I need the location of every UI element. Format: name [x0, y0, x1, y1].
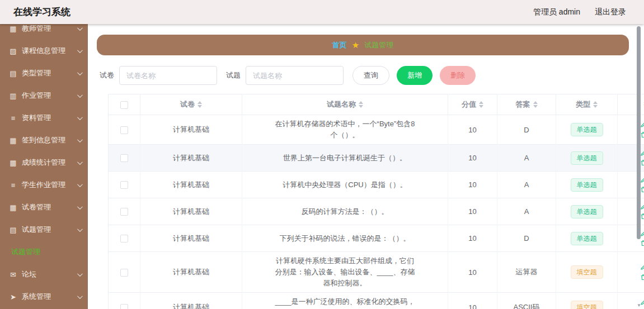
- paper-name-input[interactable]: [119, 66, 217, 85]
- paper-cell: 计算机基础: [140, 293, 242, 309]
- sidebar-item-checkin-info-management[interactable]: ▦ 签到信息管理: [0, 129, 88, 151]
- question-name-input[interactable]: [246, 66, 344, 85]
- document-icon: ▤: [8, 69, 18, 78]
- sidebar-item-label: 作业管理: [22, 91, 51, 101]
- sort-caret[interactable]: [593, 101, 598, 108]
- table-row: 计算机基础 下列关于补码的说法，错误的是：（）。 10 D 单选题 修改 删除: [109, 225, 644, 252]
- sidebar-subitem-label: 试题管理: [11, 247, 40, 257]
- picture-icon: ▨: [8, 47, 18, 55]
- chevron-down-icon: [77, 25, 83, 31]
- grid-icon: ▦: [8, 203, 18, 212]
- paper-cell: 计算机基础: [140, 145, 242, 172]
- select-all-header: [109, 94, 140, 115]
- sidebar-item-label: 签到信息管理: [22, 135, 65, 145]
- table-row: 计算机基础 世界上第一台电子计算机诞生于（）。 10 A 单选题 修改 删除: [109, 145, 644, 172]
- type-tag: 单选题: [571, 151, 603, 165]
- sort-caret[interactable]: [479, 101, 483, 108]
- sidebar-item-teacher-management[interactable]: ▦ 教师管理: [0, 24, 88, 40]
- grid-icon: ▦: [8, 25, 18, 33]
- sidebar-item-student-homework-management[interactable]: ≡ 学生作业管理: [0, 174, 88, 196]
- answer-cell: A: [497, 145, 556, 172]
- answer-cell: 运算器: [497, 252, 556, 293]
- user-area: 管理员 admin 退出登录: [533, 7, 626, 17]
- chevron-down-icon: [77, 47, 83, 53]
- type-tag: 填空题: [571, 301, 603, 309]
- sidebar-item-label: 系统管理: [22, 292, 51, 302]
- score-cell: 10: [448, 115, 497, 145]
- breadcrumb-home-link[interactable]: 首页: [332, 40, 347, 50]
- delete-button[interactable]: 删除: [440, 66, 476, 85]
- query-button[interactable]: 查询: [352, 66, 389, 85]
- sidebar-item-question-management[interactable]: ▤ 试题管理: [0, 218, 88, 241]
- type-cell: 单选题: [556, 115, 618, 145]
- app-header: 在线学习系统 管理员 admin 退出登录: [0, 0, 644, 24]
- sidebar-item-homework-management[interactable]: ▥ 作业管理: [0, 84, 88, 107]
- row-checkbox[interactable]: [120, 208, 128, 216]
- sidebar-item-question-management-sub[interactable]: 试题管理: [0, 241, 88, 263]
- score-cell: 10: [448, 252, 497, 293]
- row-checkbox[interactable]: [120, 181, 128, 189]
- type-tag: 单选题: [571, 205, 603, 218]
- row-checkbox[interactable]: [120, 154, 128, 162]
- select-all-checkbox[interactable]: [120, 101, 128, 109]
- chart-icon: ▥: [8, 92, 18, 100]
- row-checkbox[interactable]: [120, 235, 128, 243]
- answer-cell: D: [497, 115, 556, 145]
- sidebar-item-material-management[interactable]: ≡ 资料管理: [0, 107, 88, 129]
- sidebar-item-system-management[interactable]: ➤ 系统管理: [0, 286, 88, 308]
- question-cell: ____是一种广泛使用的、标准化的交换码，用于文本和电子数据交换。: [242, 293, 448, 309]
- type-cell: 单选题: [556, 145, 618, 172]
- sidebar-item-exam-paper-management[interactable]: ▦ 试卷管理: [0, 196, 88, 218]
- sidebar-item-label: 资料管理: [22, 113, 51, 123]
- sort-caret[interactable]: [359, 101, 363, 108]
- sort-caret[interactable]: [533, 101, 538, 108]
- paper-cell: 计算机基础: [140, 115, 242, 145]
- row-checkbox[interactable]: [120, 304, 128, 309]
- clipboard-icon: ▤: [8, 226, 18, 234]
- logout-link[interactable]: 退出登录: [595, 7, 626, 17]
- score-cell: 10: [448, 225, 497, 252]
- paper-filter-label: 试卷: [100, 70, 114, 80]
- list-icon: ≡: [8, 181, 18, 189]
- sidebar-item-course-info-management[interactable]: ▨ 课程信息管理: [0, 40, 88, 62]
- sidebar-item-label: 论坛: [22, 269, 36, 279]
- grid-icon: ▦: [8, 159, 18, 167]
- answer-cell: ASCII码: [497, 293, 556, 309]
- chevron-down-icon: [77, 271, 83, 277]
- col-type: 类型: [556, 94, 618, 115]
- chevron-down-icon: [77, 159, 83, 165]
- score-cell: 10: [448, 198, 497, 225]
- type-tag: 单选题: [571, 232, 603, 245]
- breadcrumb-current: 试题管理: [364, 40, 393, 50]
- scroll-down-arrow-icon[interactable]: ▼: [636, 303, 642, 308]
- breadcrumb: 首页 ★ 试题管理: [97, 35, 629, 55]
- col-score: 分值: [448, 94, 497, 115]
- sidebar-item-score-stats-management[interactable]: ▦ 成绩统计管理: [0, 151, 88, 174]
- scrollbar-thumb[interactable]: [637, 26, 641, 239]
- table-row: 计算机基础 计算机硬件系统主要由五大部件组成，它们分别是：输入设备、输出设备、_…: [109, 252, 644, 293]
- chevron-down-icon: [77, 182, 83, 187]
- star-icon: ★: [352, 41, 359, 49]
- add-button[interactable]: 新增: [397, 66, 433, 85]
- sidebar-item-type-management[interactable]: ▤ 类型管理: [0, 62, 88, 84]
- chevron-down-icon: [77, 137, 83, 142]
- scrollbar[interactable]: ▼: [636, 24, 642, 309]
- question-cell: 计算机中央处理器（CPU）是指（）。: [242, 172, 448, 198]
- filter-row: 试卷 试题 查询 新增 删除: [100, 65, 476, 85]
- type-cell: 填空题: [556, 293, 618, 309]
- chevron-down-icon: [77, 115, 83, 120]
- sort-caret[interactable]: [198, 101, 202, 108]
- question-filter-label: 试题: [226, 70, 241, 80]
- paper-cell: 计算机基础: [140, 252, 242, 293]
- row-checkbox[interactable]: [120, 126, 128, 134]
- sidebar-item-label: 试卷管理: [22, 202, 51, 212]
- chevron-down-icon: [77, 293, 83, 299]
- send-icon: ➤: [8, 293, 18, 301]
- paper-cell: 计算机基础: [140, 172, 242, 198]
- sidebar-menu: ▦ 教师管理 ▨ 课程信息管理 ▤ 类型管理 ▥ 作业管理 ≡ 资料管理 ▦ 签…: [0, 24, 88, 308]
- row-checkbox[interactable]: [120, 269, 128, 277]
- type-cell: 单选题: [556, 172, 618, 198]
- sidebar-item-forum[interactable]: ✉ 论坛: [0, 263, 88, 286]
- chevron-down-icon: [77, 226, 83, 232]
- sidebar-item-label: 教师管理: [22, 24, 51, 34]
